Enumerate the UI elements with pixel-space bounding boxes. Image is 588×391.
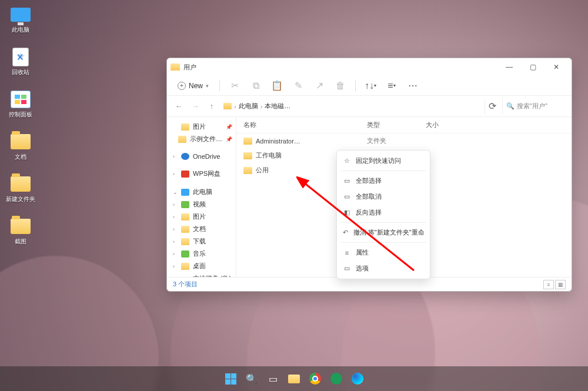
- file-explorer-window: 用户 ― ▢ ✕ +New▾ ✂ ⧉ 📋 ✎ ↗ 🗑 ↑↓ ▾ ≡ ▾ ⋯ ← …: [166, 58, 572, 292]
- svg-rect-3: [21, 100, 26, 104]
- taskbar-chrome[interactable]: [306, 370, 324, 387]
- sidebar-item-this-pc[interactable]: ⌄此电脑: [167, 186, 236, 198]
- item-count: 3 个项目: [173, 280, 198, 289]
- column-headers[interactable]: 名称 类型 大小: [236, 117, 572, 133]
- refresh-button[interactable]: ⟳: [485, 99, 500, 114]
- sidebar-item[interactable]: ›下载: [167, 235, 236, 248]
- sidebar-item[interactable]: ›文档: [167, 223, 236, 235]
- new-button[interactable]: +New▾: [173, 79, 213, 92]
- undo-icon: ↶: [343, 229, 349, 237]
- view-button[interactable]: ≡ ▾: [383, 78, 400, 93]
- sidebar: 图片📌 示例文件…📌 ›OneDrive ›WPS网盘 ⌄此电脑 ›视频 ›图片…: [167, 117, 236, 277]
- sidebar-item-onedrive[interactable]: ›OneDrive: [167, 151, 236, 162]
- svg-rect-2: [15, 100, 20, 104]
- share-icon[interactable]: ↗: [310, 78, 328, 93]
- taskbar-app[interactable]: [328, 370, 345, 387]
- sidebar-item-wps[interactable]: ›WPS网盘: [167, 168, 236, 180]
- desktop-icon-folder[interactable]: 新建文件夹: [4, 174, 38, 203]
- invert-icon: ◧: [343, 209, 351, 217]
- menu-invert-selection[interactable]: ◧反向选择: [337, 205, 430, 220]
- taskbar-explorer[interactable]: [285, 370, 303, 387]
- search-input[interactable]: 🔍 搜索"用户": [502, 99, 567, 114]
- sidebar-item[interactable]: ›图片: [167, 210, 236, 223]
- sidebar-item[interactable]: ›视频: [167, 198, 236, 210]
- sort-button[interactable]: ↑↓ ▾: [362, 78, 379, 93]
- folder-icon: [243, 138, 252, 145]
- menu-options[interactable]: ▭选项: [337, 260, 430, 276]
- menu-select-all[interactable]: ▭全部选择: [337, 173, 430, 189]
- select-all-icon: ▭: [343, 177, 351, 185]
- forward-button[interactable]: →: [188, 99, 202, 113]
- desktop-icons: 此电脑 回收站 控制面板 文档 新建文件夹 截图: [4, 5, 38, 246]
- select-none-icon: ▭: [343, 193, 351, 201]
- folder-icon: [171, 64, 180, 71]
- desktop-icon-folder[interactable]: 截图: [4, 216, 38, 246]
- menu-undo[interactable]: ↶撤消 将"新建文件夹"重命名为"图片": [337, 225, 430, 240]
- view-details-icon[interactable]: ≡: [543, 280, 554, 289]
- breadcrumb[interactable]: › 此电脑› 本地磁…: [221, 100, 293, 112]
- minimize-button[interactable]: ―: [497, 59, 521, 75]
- sidebar-item[interactable]: ›本地磁盘 (C:): [167, 272, 236, 277]
- view-grid-icon[interactable]: ▦: [555, 280, 566, 289]
- copy-icon[interactable]: ⧉: [247, 78, 265, 93]
- file-row[interactable]: Administrator…文件夹: [236, 133, 572, 148]
- context-menu: ☆固定到快速访问 ▭全部选择 ▭全部取消 ◧反向选择 ↶撤消 将"新建文件夹"重…: [336, 150, 430, 279]
- menu-properties[interactable]: ≡属性: [337, 245, 430, 260]
- address-bar: ← → ↑ › 此电脑› 本地磁… ⟳ 🔍 搜索"用户": [167, 96, 572, 117]
- file-list: 名称 类型 大小 Administrator…文件夹 工作电脑文件夹 公用文件夹…: [236, 117, 572, 277]
- desktop-icon-folder[interactable]: 文档: [4, 132, 38, 161]
- taskbar-edge[interactable]: [349, 370, 366, 387]
- desktop-icon-control-panel[interactable]: 控制面板: [4, 89, 38, 119]
- up-button[interactable]: ↑: [205, 99, 219, 113]
- cut-icon[interactable]: ✂: [226, 78, 243, 93]
- menu-pin-quick-access[interactable]: ☆固定到快速访问: [337, 153, 430, 169]
- svg-rect-1: [21, 95, 26, 99]
- paste-icon[interactable]: 📋: [268, 78, 286, 93]
- close-button[interactable]: ✕: [544, 59, 568, 75]
- more-button[interactable]: ⋯: [404, 78, 422, 93]
- taskbar-taskview[interactable]: ▭: [264, 370, 282, 387]
- folder-icon: [223, 103, 232, 109]
- desktop-icon-this-pc[interactable]: 此电脑: [4, 5, 38, 34]
- titlebar[interactable]: 用户 ― ▢ ✕: [167, 58, 572, 76]
- menu-select-none[interactable]: ▭全部取消: [337, 189, 430, 205]
- window-title: 用户: [183, 63, 196, 72]
- sidebar-item[interactable]: ›桌面: [167, 260, 236, 272]
- taskbar: 🔍 ▭: [0, 366, 588, 391]
- desktop-icon-recycle-bin[interactable]: 回收站: [4, 47, 38, 76]
- toolbar: +New▾ ✂ ⧉ 📋 ✎ ↗ 🗑 ↑↓ ▾ ≡ ▾ ⋯: [167, 76, 572, 96]
- sidebar-item[interactable]: ›音乐: [167, 248, 236, 260]
- taskbar-search[interactable]: 🔍: [243, 370, 260, 387]
- maximize-button[interactable]: ▢: [521, 59, 544, 75]
- rename-icon[interactable]: ✎: [289, 78, 307, 93]
- star-icon: ☆: [343, 157, 351, 165]
- back-button[interactable]: ←: [172, 99, 186, 113]
- svg-rect-0: [15, 95, 20, 99]
- folder-icon: [243, 152, 252, 159]
- options-icon: ▭: [343, 265, 351, 273]
- folder-icon: [243, 167, 252, 174]
- sidebar-item[interactable]: 图片📌: [167, 121, 236, 133]
- sidebar-item[interactable]: 示例文件…📌: [167, 133, 236, 145]
- properties-icon: ≡: [343, 249, 351, 257]
- delete-icon[interactable]: 🗑: [332, 78, 349, 93]
- start-button[interactable]: [222, 370, 239, 387]
